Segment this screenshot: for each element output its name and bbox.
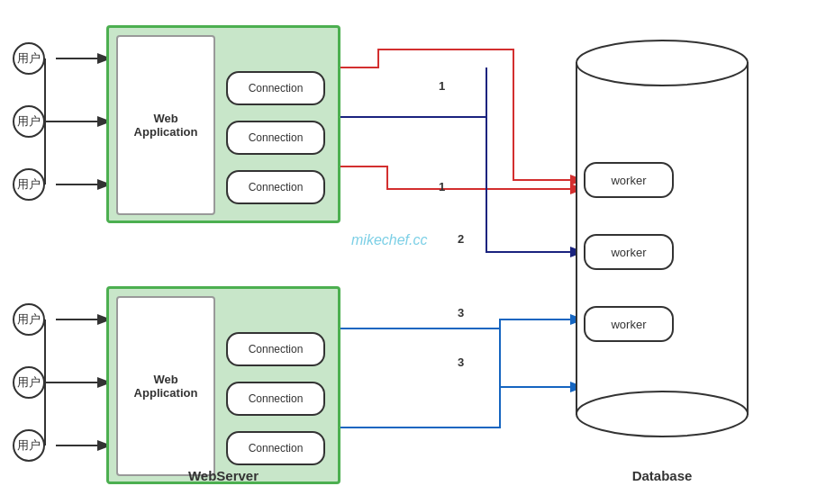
user-top-1: 用户 [13,42,45,75]
web-application-bottom: Web Application [116,296,215,476]
user-bottom-2: 用户 [13,366,45,399]
user-top-3: 用户 [13,168,45,201]
worker-2: worker [584,234,674,270]
webserver-label: WebServer [106,468,340,483]
webserver-top-outer: Web Application Connection Connection Co… [106,25,340,223]
connection-top-2: Connection [226,121,325,155]
database-label: Database [567,468,757,483]
connection-top-3: Connection [226,170,325,204]
number-3-bottom: 3 [458,356,464,369]
svg-point-20 [576,40,748,86]
connection-bottom-3: Connection [226,431,325,465]
web-application-top: Web Application [116,35,215,215]
user-bottom-1: 用户 [13,303,45,336]
user-bottom-3: 用户 [13,429,45,462]
number-1-bottom: 1 [439,180,445,194]
user-top-2: 用户 [13,105,45,138]
connection-top-1: Connection [226,71,325,105]
worker-1: worker [584,162,674,198]
connection-bottom-1: Connection [226,332,325,366]
diagram-container: 用户 用户 用户 Web Application Connection Conn… [0,0,826,504]
watermark: mikechef.cc [351,232,427,248]
number-1-top: 1 [439,79,445,93]
connection-bottom-2: Connection [226,382,325,416]
number-2: 2 [458,232,464,246]
webserver-bottom-outer: Web Application Connection Connection Co… [106,286,340,484]
number-3-top: 3 [458,306,464,320]
worker-3: worker [584,306,674,342]
svg-point-21 [576,392,748,436]
